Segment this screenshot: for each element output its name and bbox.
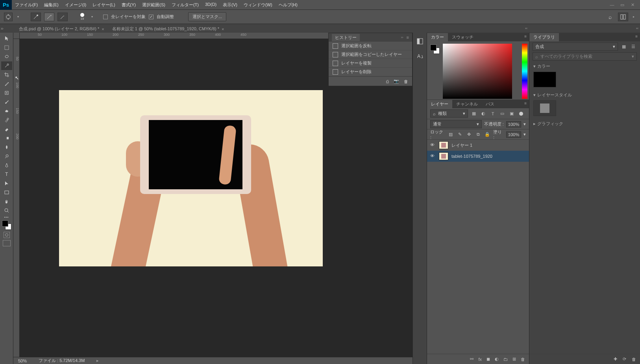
menu-help[interactable]: ヘルプ(H) bbox=[276, 0, 301, 9]
library-search-input[interactable]: ⌕ すべてのライブラリを検索 ▾ bbox=[533, 52, 637, 61]
move-tool[interactable] bbox=[1, 34, 12, 43]
select-and-mask-button[interactable]: 選択とマスク... bbox=[188, 12, 226, 21]
hand-tool[interactable] bbox=[1, 197, 12, 206]
rectangle-tool[interactable] bbox=[1, 188, 12, 197]
auto-enhance-checkbox[interactable] bbox=[149, 15, 154, 19]
close-button[interactable]: ✕ bbox=[628, 1, 637, 8]
panel-group-collapse-icon[interactable]: ‹‹ bbox=[636, 26, 638, 30]
hue-slider[interactable] bbox=[522, 44, 527, 99]
filter-adjust-icon[interactable]: ◐ bbox=[480, 110, 487, 117]
eraser-tool[interactable] bbox=[1, 125, 12, 133]
color-tab[interactable]: カラー bbox=[427, 33, 448, 41]
history-item[interactable]: 選択範囲を反転 bbox=[329, 42, 412, 50]
library-panel-menu-icon[interactable]: ≡ bbox=[635, 34, 638, 39]
lock-artboard-icon[interactable]: ⧉ bbox=[475, 131, 481, 138]
layer-thumbnail[interactable] bbox=[439, 141, 448, 149]
library-select[interactable]: 合成 ▾ bbox=[533, 42, 618, 51]
filter-toggle[interactable] bbox=[519, 112, 523, 116]
chevron-down-icon[interactable]: ▾ bbox=[523, 132, 526, 137]
library-style-swatch[interactable] bbox=[533, 100, 556, 116]
add-selection-button[interactable]: + bbox=[44, 13, 54, 21]
color-panel-menu-icon[interactable]: ≡ bbox=[524, 34, 527, 39]
quick-selection-tool[interactable] bbox=[1, 61, 12, 70]
menu-type[interactable]: 書式(Y) bbox=[118, 0, 139, 9]
ruler-origin[interactable] bbox=[13, 33, 20, 39]
crop-tool[interactable] bbox=[1, 70, 12, 79]
zoom-tool[interactable] bbox=[1, 206, 12, 215]
current-tool-icon[interactable] bbox=[4, 13, 13, 21]
status-chevron-icon[interactable]: ▸ bbox=[96, 358, 99, 363]
zoom-level[interactable]: 50% bbox=[18, 358, 27, 363]
history-item[interactable]: 選択範囲をコピーしたレイヤー bbox=[329, 50, 412, 59]
type-tool[interactable]: T bbox=[1, 170, 12, 179]
doc-tab-2-close-icon[interactable]: × bbox=[222, 27, 224, 31]
layer-name[interactable]: tablet-1075789_1920 bbox=[451, 154, 492, 159]
lock-transparency-icon[interactable]: ▨ bbox=[448, 131, 454, 138]
subtract-selection-button[interactable]: - bbox=[57, 13, 68, 21]
library-sync-icon[interactable]: ⟳ bbox=[623, 357, 626, 362]
menu-3d[interactable]: 3D(D) bbox=[202, 0, 220, 9]
path-selection-tool[interactable] bbox=[1, 179, 12, 188]
library-delete-icon[interactable]: 🗑 bbox=[632, 357, 636, 362]
new-layer-icon[interactable]: ⊞ bbox=[512, 357, 516, 362]
image-canvas[interactable] bbox=[59, 90, 323, 266]
canvas-viewport[interactable]: ↖ bbox=[20, 39, 412, 357]
search-icon[interactable]: ⌕ bbox=[609, 14, 612, 20]
layer-mask-icon[interactable]: ◼ bbox=[486, 357, 490, 362]
doc-tab-1[interactable]: 合成.psd @ 100% (レイヤー 2, RGB/8#) * × bbox=[15, 24, 108, 33]
fill-value[interactable]: 100% bbox=[506, 131, 521, 138]
workspace-switcher-button[interactable] bbox=[618, 13, 628, 21]
foreground-color-swatch[interactable] bbox=[2, 220, 8, 227]
new-snapshot-icon[interactable]: 📷 bbox=[394, 79, 399, 84]
marquee-tool[interactable] bbox=[1, 43, 12, 52]
menu-view[interactable]: 表示(V) bbox=[220, 0, 240, 9]
character-panel-icon[interactable]: A bbox=[415, 52, 425, 61]
menu-file[interactable]: ファイル(F) bbox=[12, 0, 41, 9]
channels-tab[interactable]: チャンネル bbox=[452, 100, 482, 108]
history-panel-titlebar[interactable]: ヒストリー ›› ≡ bbox=[329, 33, 412, 42]
edit-toolbar-button[interactable]: ••• bbox=[1, 215, 12, 218]
filter-shape-icon[interactable]: ▭ bbox=[499, 110, 506, 117]
library-list-view-icon[interactable]: ☰ bbox=[630, 43, 637, 50]
adjustment-layer-icon[interactable]: ◐ bbox=[495, 357, 499, 362]
history-brush-tool[interactable] bbox=[1, 116, 12, 124]
library-graphic-header[interactable]: ▸グラフィック bbox=[533, 121, 636, 127]
file-info[interactable]: ファイル : 5.72M/14.3M bbox=[39, 358, 85, 364]
library-color-header[interactable]: ▾カラー bbox=[533, 63, 636, 69]
doc-tab-1-close-icon[interactable]: × bbox=[102, 27, 104, 31]
swatches-tab[interactable]: スウォッチ bbox=[448, 33, 477, 41]
link-layers-icon[interactable]: ⚯ bbox=[470, 357, 474, 362]
maximize-button[interactable]: ▭ bbox=[618, 1, 627, 8]
library-grid-view-icon[interactable]: ▦ bbox=[620, 43, 627, 50]
panel-group-collapse-icon[interactable]: ‹‹ bbox=[525, 26, 527, 30]
visibility-toggle-icon[interactable]: 👁 bbox=[430, 153, 436, 159]
menu-image[interactable]: イメージ(I) bbox=[62, 0, 89, 9]
layer-row[interactable]: 👁 レイヤー 1 bbox=[427, 140, 529, 151]
lock-pixels-icon[interactable]: ✎ bbox=[457, 131, 463, 138]
history-item[interactable]: レイヤーを複製 bbox=[329, 59, 412, 68]
layer-filter-type-select[interactable]: ⌕ 種類 ▾ bbox=[430, 109, 468, 118]
filter-type-icon[interactable]: T bbox=[489, 110, 496, 117]
clone-stamp-tool[interactable] bbox=[1, 107, 12, 115]
blur-tool[interactable] bbox=[1, 143, 12, 152]
menu-layer[interactable]: レイヤー(L) bbox=[89, 0, 118, 9]
menu-select[interactable]: 選択範囲(S) bbox=[139, 0, 168, 9]
menu-edit[interactable]: 編集(E) bbox=[41, 0, 62, 9]
paths-tab[interactable]: パス bbox=[482, 100, 498, 108]
color-fg-swatch[interactable] bbox=[430, 44, 437, 51]
library-tab[interactable]: ライブラリ bbox=[529, 33, 559, 41]
gradient-tool[interactable] bbox=[1, 134, 12, 142]
lasso-tool[interactable] bbox=[1, 52, 12, 61]
lock-all-icon[interactable]: 🔒 bbox=[484, 131, 491, 138]
menu-filter[interactable]: フィルター(T) bbox=[168, 0, 202, 9]
quick-mask-button[interactable] bbox=[4, 232, 10, 238]
history-item[interactable]: レイヤーを削除 bbox=[329, 68, 412, 76]
healing-brush-tool[interactable] bbox=[1, 89, 12, 97]
menu-window[interactable]: ウィンドウ(W) bbox=[240, 0, 276, 9]
foreground-background-swatch[interactable] bbox=[2, 220, 11, 230]
all-layers-checkbox[interactable] bbox=[103, 15, 108, 19]
color-fg-bg-swatch[interactable] bbox=[430, 44, 440, 54]
layer-thumbnail[interactable] bbox=[439, 152, 448, 160]
library-add-icon[interactable]: ✚ bbox=[614, 357, 617, 362]
layer-name[interactable]: レイヤー 1 bbox=[451, 142, 472, 148]
